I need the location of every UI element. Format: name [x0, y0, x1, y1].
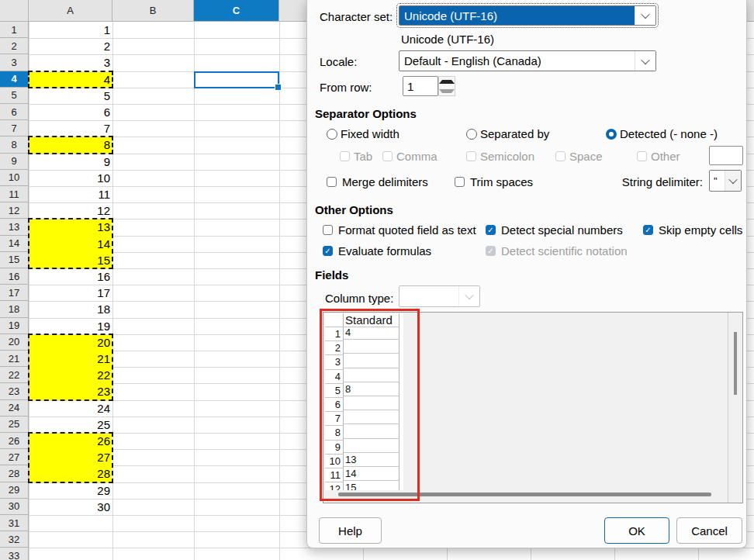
- selected-cell[interactable]: [194, 71, 279, 88]
- row-header[interactable]: 8: [0, 137, 29, 153]
- corner-box[interactable]: [0, 0, 29, 22]
- chevron-down-icon[interactable]: [635, 6, 655, 25]
- row-header[interactable]: 11: [0, 186, 29, 202]
- column-header-a[interactable]: A: [29, 0, 112, 22]
- row-header[interactable]: 7: [0, 120, 29, 137]
- row-header[interactable]: 24: [0, 400, 29, 417]
- row-header[interactable]: 17: [0, 285, 29, 301]
- row-header[interactable]: 29: [0, 482, 29, 499]
- cell-a5[interactable]: 5: [29, 88, 112, 104]
- row-header[interactable]: 19: [0, 318, 29, 334]
- radio-label: Fixed width: [341, 127, 399, 140]
- locale-combobox[interactable]: Default - English (Canada): [399, 50, 656, 71]
- checkbox-detect-scientific-notation: ✓: [486, 246, 496, 256]
- row-header[interactable]: 13: [0, 219, 29, 235]
- preview-cell[interactable]: [344, 439, 399, 453]
- row-header[interactable]: 28: [0, 465, 29, 482]
- row-header[interactable]: 25: [0, 417, 29, 433]
- from-row-spinner[interactable]: [438, 76, 455, 96]
- row-header[interactable]: 5: [0, 88, 29, 104]
- from-row-input[interactable]: 1: [403, 76, 438, 96]
- preview-cell[interactable]: [344, 396, 399, 410]
- row-header[interactable]: 33: [0, 548, 29, 560]
- radio-fixed-width[interactable]: [327, 129, 337, 140]
- row-header[interactable]: 18: [0, 301, 29, 317]
- preview-cell[interactable]: [344, 340, 399, 354]
- row-header[interactable]: 15: [0, 252, 29, 268]
- column-header-c[interactable]: C: [194, 0, 279, 22]
- spin-up-icon[interactable]: [439, 77, 455, 86]
- chevron-down-icon[interactable]: [635, 51, 655, 71]
- cell-a10[interactable]: 10: [29, 170, 112, 186]
- preview-cell[interactable]: [344, 424, 399, 438]
- row-header[interactable]: 27: [0, 449, 29, 465]
- ok-button[interactable]: OK: [604, 517, 669, 544]
- cancel-button[interactable]: Cancel: [676, 517, 742, 544]
- cell-a9[interactable]: 9: [29, 154, 112, 170]
- preview-cell[interactable]: 4: [344, 326, 399, 340]
- cell-a18[interactable]: 18: [29, 301, 112, 317]
- cell-a24[interactable]: 24: [29, 400, 112, 417]
- row-header[interactable]: 1: [0, 22, 29, 38]
- cell-a3[interactable]: 3: [29, 54, 112, 71]
- preview-cell[interactable]: 8: [344, 382, 399, 396]
- row-header[interactable]: 20: [0, 334, 29, 351]
- row-header[interactable]: 22: [0, 367, 29, 383]
- cell-a29[interactable]: 29: [29, 482, 112, 499]
- scrollbar-thumb[interactable]: [734, 332, 737, 395]
- other-delimiter-input[interactable]: [709, 146, 743, 165]
- row-header[interactable]: 10: [0, 170, 29, 186]
- cell-a16[interactable]: 16: [29, 268, 112, 285]
- cell-a17[interactable]: 17: [29, 285, 112, 301]
- row-header[interactable]: 3: [0, 54, 29, 71]
- row-header[interactable]: 21: [0, 351, 29, 367]
- string-delimiter-combobox[interactable]: ": [709, 170, 742, 192]
- row-header[interactable]: 23: [0, 383, 29, 399]
- row-header[interactable]: 4: [0, 71, 29, 88]
- preview-cell[interactable]: 14: [344, 467, 399, 481]
- cell-a30[interactable]: 30: [29, 499, 112, 515]
- preview-row-number: 8: [325, 426, 344, 440]
- preview-cell[interactable]: [344, 368, 399, 382]
- merge-delimiters-checkbox[interactable]: [327, 177, 337, 187]
- preview-horizontal-scrollbar[interactable]: [338, 493, 711, 496]
- preview-vertical-scrollbar[interactable]: [728, 313, 742, 503]
- help-button[interactable]: Help: [319, 517, 382, 544]
- cell-a1[interactable]: 1: [29, 22, 112, 38]
- cell-a2[interactable]: 2: [29, 38, 112, 54]
- row-header[interactable]: 26: [0, 433, 29, 449]
- row-header[interactable]: 32: [0, 531, 29, 548]
- radio-separated-by[interactable]: [466, 129, 477, 140]
- selection-handle[interactable]: [275, 84, 282, 91]
- row-header[interactable]: 9: [0, 154, 29, 170]
- row-header[interactable]: 16: [0, 268, 29, 285]
- row-header[interactable]: 12: [0, 202, 29, 219]
- trim-spaces-checkbox[interactable]: [455, 177, 465, 187]
- cell-a11[interactable]: 11: [29, 186, 112, 202]
- cell-a6[interactable]: 6: [29, 104, 112, 120]
- row-header[interactable]: 31: [0, 515, 29, 531]
- preview-cell[interactable]: [344, 354, 399, 368]
- checkbox-evaluate-formulas[interactable]: ✓: [323, 246, 333, 256]
- preview-cell[interactable]: [344, 410, 399, 424]
- row-header[interactable]: 6: [0, 104, 29, 120]
- cell-a12[interactable]: 12: [29, 202, 112, 219]
- row-header[interactable]: 14: [0, 236, 29, 252]
- checkbox-skip-empty-cells[interactable]: ✓: [643, 225, 653, 235]
- preview-cell[interactable]: 13: [344, 453, 399, 467]
- checkbox-detect-special-numbers[interactable]: ✓: [486, 225, 496, 235]
- spin-down-icon[interactable]: [439, 86, 455, 95]
- chevron-down-icon[interactable]: [725, 171, 741, 191]
- cell-a7[interactable]: 7: [29, 120, 112, 137]
- radio-detected-none[interactable]: [606, 129, 617, 140]
- cell-a25[interactable]: 25: [29, 417, 112, 433]
- character-set-combobox[interactable]: Unicode (UTF-16): [399, 5, 656, 26]
- checkbox-format-quoted-field-as-text[interactable]: [323, 225, 333, 235]
- preview-cell[interactable]: 15: [344, 481, 399, 490]
- row-header[interactable]: 2: [0, 38, 29, 54]
- cell-a19[interactable]: 19: [29, 318, 112, 334]
- checkbox-label: Detect scientific notation: [501, 244, 628, 258]
- string-delimiter-label: String delimiter:: [602, 175, 703, 188]
- row-header[interactable]: 30: [0, 499, 29, 515]
- column-header-b[interactable]: B: [112, 0, 194, 22]
